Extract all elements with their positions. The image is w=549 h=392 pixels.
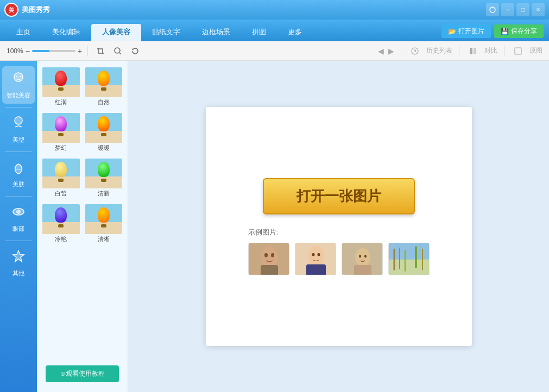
save-icon: 💾 [501, 28, 509, 35]
sample-image-2[interactable] [295, 243, 336, 275]
tutorial-button[interactable]: ⊙观看使用教程 [46, 365, 119, 382]
tab-home[interactable]: 主页 [5, 24, 41, 41]
sample-image-4[interactable] [388, 243, 430, 275]
compare-icon [466, 44, 480, 58]
forward-button[interactable]: ▶ [388, 47, 394, 55]
toolbar: 100% − + ◀ ▶ 历史列表 对比 原图 [0, 41, 549, 61]
window-controls: − □ × [486, 3, 545, 16]
toolbar-separator-3 [459, 46, 459, 56]
sidebar-item-smart-beauty-label: 智能美容 [7, 91, 30, 99]
tab-border[interactable]: 边框场景 [191, 24, 241, 41]
sample-image-1[interactable] [248, 243, 289, 275]
maximize-button[interactable]: □ [516, 3, 529, 16]
title-bar: 美 美图秀秀 − □ × [0, 0, 549, 20]
open-icon: 📂 [448, 28, 456, 35]
svg-point-9 [14, 73, 23, 81]
app-title: 美图秀秀 [22, 5, 50, 15]
filter-label-natural: 自然 [85, 97, 123, 108]
sample-image-3[interactable] [342, 243, 383, 275]
filter-label-white: 白皙 [42, 188, 80, 199]
filter-label-warm: 暖暖 [85, 143, 123, 153]
filter-item-dream[interactable]: 梦幻 [41, 112, 81, 154]
svg-point-19 [264, 253, 268, 257]
filter-item-natural[interactable]: 自然 [84, 66, 124, 109]
compare-button[interactable]: 对比 [484, 46, 497, 55]
refresh-button[interactable] [128, 44, 142, 58]
filter-label-fresh: 清新 [85, 188, 123, 199]
sidebar-item-other[interactable]: 其他 [2, 244, 35, 282]
svg-point-12 [15, 117, 22, 124]
tab-edit[interactable]: 美化编辑 [41, 24, 91, 41]
sidebar-item-skin-label: 美肤 [12, 180, 24, 188]
zoom-tool-button[interactable] [111, 44, 125, 58]
svg-rect-26 [306, 264, 326, 275]
face-icon [11, 71, 26, 89]
tab-more[interactable]: 更多 [277, 24, 313, 41]
zoom-control: 100% − + [7, 47, 82, 55]
minimize-button[interactable]: − [501, 3, 514, 16]
toolbar-right: ◀ ▶ 历史列表 对比 原图 [378, 44, 542, 58]
svg-point-11 [20, 76, 21, 77]
sample-section: 示例图片: [248, 227, 430, 275]
svg-point-23 [308, 246, 324, 267]
filter-thumb-natural [84, 67, 123, 97]
filter-item-red[interactable]: 红润 [41, 66, 81, 109]
window-icon-btn[interactable] [486, 3, 499, 16]
sidebar-sep-4 [5, 241, 32, 241]
title-bar-left: 美 美图秀秀 [4, 3, 50, 17]
svg-point-29 [359, 255, 361, 257]
save-share-button[interactable]: 💾 保存分享 [494, 24, 544, 38]
sample-images [248, 243, 430, 275]
toolbar-separator-2 [401, 46, 401, 56]
skin-icon [11, 160, 26, 178]
canvas-container: 打开一张图片 示例图片: [206, 107, 472, 346]
zoom-slider[interactable] [32, 50, 75, 52]
svg-point-2 [490, 7, 495, 12]
toolbar-separator-4 [504, 46, 504, 56]
svg-point-30 [364, 255, 367, 257]
close-button[interactable]: × [532, 3, 545, 16]
filter-thumb-dream [41, 113, 80, 143]
eye-icon [11, 204, 26, 223]
filter-thumb-warm [84, 113, 123, 143]
svg-point-15 [18, 211, 20, 213]
sidebar-item-smart-beauty[interactable]: 智能美容 [2, 66, 35, 104]
svg-point-28 [355, 248, 370, 267]
svg-point-10 [16, 76, 17, 77]
tab-beauty[interactable]: 人像美容 [91, 24, 141, 41]
svg-rect-7 [474, 48, 476, 54]
svg-rect-8 [515, 48, 521, 54]
filter-grid: 红润 自然 梦幻 [41, 66, 123, 245]
sidebar-sep-1 [5, 107, 32, 108]
tab-sticker[interactable]: 贴纸文字 [141, 24, 191, 41]
svg-point-25 [317, 253, 320, 256]
original-button[interactable]: 原图 [529, 46, 542, 55]
open-image-button[interactable]: 打开一张图片 [263, 178, 415, 214]
crop-tool-button[interactable] [93, 44, 108, 58]
zoom-out-button[interactable]: − [26, 47, 30, 55]
filter-thumb-cool [41, 204, 80, 234]
filter-item-cool[interactable]: 冷艳 [41, 203, 81, 245]
svg-point-24 [312, 253, 314, 256]
open-image-nav-button[interactable]: 📂 打开图片 [441, 24, 491, 38]
shape-icon [11, 115, 26, 134]
zoom-in-button[interactable]: + [78, 47, 82, 55]
sidebar-item-eye[interactable]: 眼部 [2, 200, 35, 237]
filter-item-fresh[interactable]: 清新 [84, 157, 124, 200]
filter-item-clear[interactable]: 清晰 [84, 203, 124, 245]
filter-item-white[interactable]: 白皙 [41, 157, 81, 200]
back-button[interactable]: ◀ [378, 47, 384, 55]
history-button[interactable]: 历史列表 [426, 46, 452, 55]
clock-icon [408, 44, 422, 58]
tab-collage[interactable]: 拼图 [241, 24, 277, 41]
filter-label-dream: 梦幻 [42, 143, 80, 153]
svg-marker-16 [13, 251, 24, 262]
filter-label-red: 红润 [42, 97, 80, 108]
sidebar-item-skin[interactable]: 美肤 [2, 155, 35, 193]
sidebar-item-eye-label: 眼部 [12, 225, 24, 233]
svg-rect-21 [261, 265, 278, 275]
app-logo: 美 [4, 3, 18, 17]
sidebar-item-shape[interactable]: 美型 [2, 111, 35, 148]
filter-label-clear: 清晰 [85, 234, 123, 244]
filter-item-warm[interactable]: 暖暖 [84, 112, 124, 154]
